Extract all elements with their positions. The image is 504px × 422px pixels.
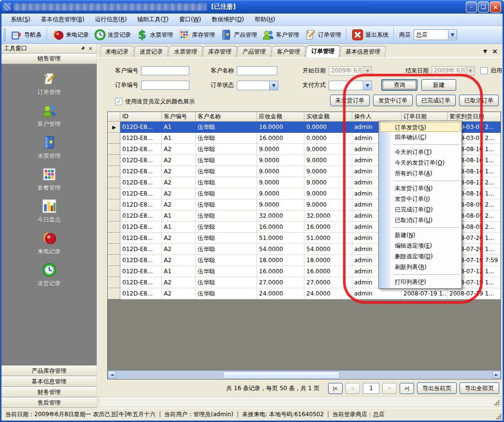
tab-close-icon[interactable]: ×	[492, 47, 498, 55]
filter-button-已取消订单[interactable]: 已取消订单	[459, 95, 499, 106]
context-menu-item-新建[interactable]: 新建(N)	[379, 230, 461, 240]
menubar-item-数据维护[interactable]: 数据维护(D)	[206, 14, 249, 25]
customer-name-input[interactable]	[237, 66, 277, 75]
context-menu-item-所有的订单[interactable]: 所有的订单(A)	[379, 168, 461, 179]
maximize-button[interactable]: ❑	[478, 1, 489, 13]
order-status-select[interactable]: ▼	[237, 81, 278, 90]
context-menu-item-编辑选定项[interactable]: 编辑选定项(E)	[379, 240, 461, 251]
toolbar-grip[interactable]	[3, 28, 6, 41]
tab-订单管理[interactable]: 订单管理	[305, 45, 341, 57]
toolbar-button-库存管理[interactable]: 库存管理	[175, 28, 217, 42]
context-menu-item-已完成订单[interactable]: 已完成订单(D)	[379, 204, 461, 215]
sidebar-item-套餐管理[interactable]: 套餐管理	[1, 167, 97, 190]
chevron-down-icon[interactable]: ▼	[363, 81, 372, 90]
sidebar-section-产品库存管理[interactable]: 产品库存管理	[1, 366, 97, 376]
people-icon	[262, 28, 274, 41]
toolbar-button-来电记录[interactable]: 来电记录	[49, 28, 91, 42]
tab-水票管理[interactable]: 水票管理	[168, 46, 203, 57]
menubar-item-帮助[interactable]: 帮助(H)	[249, 14, 280, 25]
order-no-input[interactable]	[141, 81, 189, 90]
table-cell: 012D-E8...	[120, 277, 162, 288]
sidebar-item-客户管理[interactable]: 客户管理	[1, 103, 97, 126]
filter-button-发货中订单[interactable]: 发货中订单	[373, 95, 413, 106]
context-menu-item-订单发货[interactable]: 订单发货(S)	[380, 122, 461, 132]
context-menu-item-已取消订单[interactable]: 已取消订单(U)	[379, 215, 461, 225]
tab-基本信息管理[interactable]: 基本信息管理	[340, 46, 386, 57]
column-header-要求到货日期[interactable]: 要求到货日期	[447, 112, 501, 122]
pay-method-select[interactable]: ▼	[329, 81, 372, 90]
tab-客户管理[interactable]: 客户管理	[271, 46, 306, 57]
chevron-down-icon[interactable]: ▼	[448, 30, 457, 39]
sidebar-item-今日盘点[interactable]: 今日盘点	[1, 198, 97, 222]
column-header-客户名称[interactable]: 客户名称	[196, 112, 257, 122]
query-button[interactable]: 查询	[381, 79, 418, 91]
sidebar-section-售后管理[interactable]: 售后管理	[1, 397, 97, 408]
context-menu-item-今天的发货订单[interactable]: 今天的发货订单(O)	[379, 157, 461, 168]
horizontal-scrollbar[interactable]: ◄ ►	[108, 370, 501, 379]
scroll-right-icon[interactable]: ►	[492, 371, 501, 379]
toolbar-button-产品管理[interactable]: 产品管理	[217, 28, 259, 42]
toolbar-button-订单管理[interactable]: 订单管理	[302, 28, 344, 42]
export-current-page-button[interactable]: 导出当前页	[417, 382, 457, 394]
enable-checkbox[interactable]	[480, 67, 488, 74]
context-menu-item-今天的订单[interactable]: 今天的订单(T)	[379, 147, 461, 157]
sidebar-item-水票管理[interactable]: 水票管理	[1, 135, 97, 158]
end-date-picker[interactable]: 2009年 6月 8日 ▼	[432, 66, 475, 76]
context-menu-item-发货中订单[interactable]: 发货中订单(I)	[379, 194, 461, 204]
pin-icon[interactable]	[79, 45, 86, 52]
prev-page-button[interactable]: <	[346, 383, 360, 394]
menubar-item-系统[interactable]: 系统(S)	[5, 14, 36, 25]
column-header-操作人[interactable]: 操作人	[352, 112, 402, 122]
tab-送货记录[interactable]: 送货记录	[134, 46, 169, 57]
next-page-button[interactable]: >	[382, 383, 397, 394]
context-menu-item-刷新列表[interactable]: 刷新列表(R)	[379, 262, 461, 272]
tab-产品管理[interactable]: 产品管理	[237, 46, 272, 57]
sidebar-section-sales[interactable]: 销售管理	[1, 54, 97, 64]
context-menu-item-删除选定项[interactable]: 删除选定项(D)	[379, 251, 461, 262]
menubar-item-窗口[interactable]: 窗口(W)	[174, 14, 206, 25]
sidebar-close-icon[interactable]: ×	[86, 45, 94, 52]
sidebar-item-来电记录[interactable]: 来电记录	[1, 230, 97, 253]
new-button[interactable]: 新建	[421, 79, 456, 91]
toolbar-button-退出系统[interactable]: 退出系统	[349, 28, 391, 42]
minimize-button[interactable]: –	[466, 1, 477, 13]
export-all-pages-button[interactable]: 导出全部页	[460, 382, 499, 394]
start-date-picker[interactable]: 2009年 6月 8日 ▼	[329, 66, 372, 76]
tab-来电记录[interactable]: 来电记录	[100, 46, 134, 57]
sidebar-item-送货记录[interactable]: 送货记录	[1, 262, 97, 285]
chevron-down-icon[interactable]: ▼	[269, 81, 278, 90]
sidebar-section-基本信息管理[interactable]: 基本信息管理	[1, 376, 97, 387]
tab-scroll-down-icon[interactable]: ▼	[483, 48, 487, 55]
first-page-button[interactable]: |<	[328, 383, 343, 394]
last-page-button[interactable]: >|	[400, 383, 414, 394]
column-header-ID[interactable]: ID	[120, 112, 162, 122]
shop-select[interactable]: 总店 ▼	[414, 29, 457, 40]
toolbar-button-水票管理[interactable]: $水票管理	[133, 28, 175, 42]
sidebar-item-订单管理[interactable]: 订单管理	[1, 71, 97, 94]
close-button[interactable]: ×	[490, 1, 501, 13]
column-header-实收金额[interactable]: 实收金额	[304, 112, 352, 122]
color-display-checkbox[interactable]: ✓	[115, 98, 122, 105]
customer-no-input[interactable]	[141, 66, 189, 75]
menubar-item-运行信息[interactable]: 运行信息(R)	[90, 14, 132, 25]
filter-button-已完成订单[interactable]: 已完成订单	[416, 95, 456, 106]
scroll-left-icon[interactable]: ◄	[108, 371, 116, 379]
context-menu-item-打印列表[interactable]: 打印列表(P)	[379, 277, 461, 287]
tab-库存管理[interactable]: 库存管理	[202, 46, 237, 57]
filter-button-未发货订单[interactable]: 未发货订单	[330, 95, 370, 106]
toolbar-button-送货记录[interactable]: 送货记录	[91, 28, 133, 42]
page-number-input[interactable]	[363, 383, 379, 394]
context-menu-item-未发货订单[interactable]: 未发货订单(N)	[379, 183, 461, 194]
menubar-item-基本信息管理[interactable]: 基本信息管理(B)	[36, 14, 90, 25]
table-cell: A1	[162, 211, 196, 222]
scrollbar-thumb[interactable]	[223, 371, 340, 379]
toolbar-button-客户管理[interactable]: 客户管理	[259, 28, 302, 42]
sidebar-section-财务管理[interactable]: 财务管理	[1, 387, 97, 397]
toolbar-button-导航条[interactable]: 导航条	[8, 28, 44, 42]
menubar-item-辅助工具[interactable]: 辅助工具(T)	[132, 14, 174, 25]
column-header-应收金额[interactable]: 应收金额	[257, 112, 304, 122]
table-row[interactable]: 012D-E8...A2伍华聪24.000024.0000admin2008-0…	[108, 288, 501, 299]
column-header-客户编号[interactable]: 客户编号	[162, 112, 196, 122]
context-menu-item-回单确认[interactable]: 回单确认(C)	[379, 132, 461, 142]
column-header-订单日期[interactable]: 订单日期	[402, 112, 447, 122]
